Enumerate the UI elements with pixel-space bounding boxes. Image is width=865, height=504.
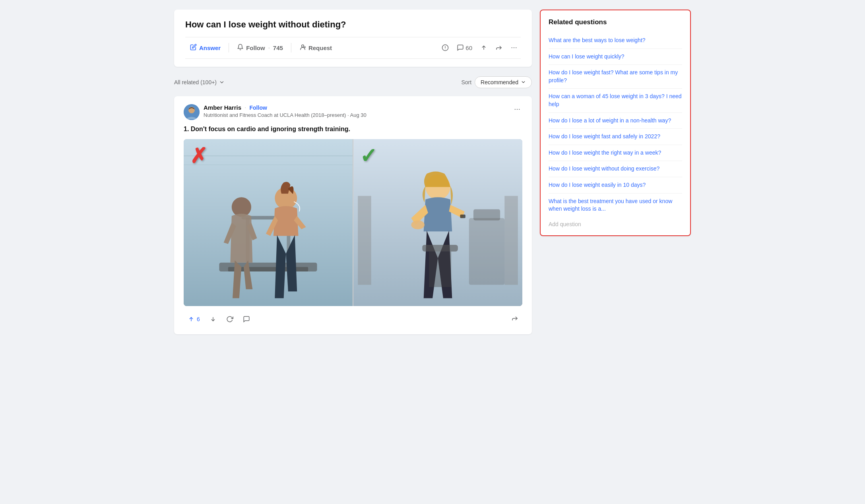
x-mark: ✗ — [190, 145, 208, 166]
svg-point-31 — [411, 220, 425, 229]
more-icon — [514, 106, 521, 113]
sort-value: Recommended — [481, 79, 518, 85]
list-item[interactable]: How can a woman of 45 lose weight in 3 d… — [549, 89, 682, 112]
svg-point-0 — [302, 45, 304, 47]
list-item[interactable]: What is the best treatment you have used… — [549, 194, 682, 217]
more-button[interactable] — [507, 42, 521, 54]
downvote-icon — [209, 316, 217, 323]
svg-point-7 — [512, 47, 512, 48]
filter-label: All related (100+) — [174, 79, 217, 85]
list-item[interactable]: How do I lose weight without doing exerc… — [549, 161, 682, 177]
sort-section: Sort Recommended — [461, 76, 532, 88]
comment-button[interactable] — [239, 313, 254, 325]
author-details: Amber Harris · Follow Nutritionist and F… — [204, 104, 367, 118]
svg-rect-29 — [473, 209, 500, 220]
related-link-6[interactable]: How do I lose weight the right way in a … — [549, 149, 682, 157]
gym-left-svg — [184, 139, 353, 306]
downvote-button[interactable] — [206, 313, 221, 325]
list-item[interactable]: What are the best ways to lose weight? — [549, 33, 682, 49]
follow-count: 745 — [273, 45, 283, 51]
check-mark: ✓ — [360, 145, 377, 166]
author-name-row: Amber Harris · Follow — [204, 104, 367, 111]
divider-2 — [291, 43, 291, 52]
list-item[interactable]: How can I lose weight quickly? — [549, 49, 682, 65]
answer-more-button[interactable] — [512, 104, 522, 116]
upvote-icon — [188, 316, 195, 323]
filter-dropdown[interactable]: All related (100+) — [174, 79, 225, 85]
refresh-icon — [226, 316, 233, 323]
answer-point: 1. Don't focus on cardio and ignoring st… — [184, 125, 522, 134]
gym-right-svg — [353, 139, 522, 306]
question-title: How can I lose weight without dieting? — [185, 19, 521, 31]
divider-1 — [229, 43, 229, 52]
share-button[interactable] — [492, 42, 506, 54]
gym-bg-left — [184, 139, 353, 306]
answer-label: Answer — [199, 45, 221, 51]
comment-count: 60 — [465, 45, 472, 51]
svg-point-13 — [517, 109, 518, 109]
svg-rect-28 — [469, 218, 504, 285]
related-link-1[interactable]: How can I lose weight quickly? — [549, 53, 682, 61]
add-question-button[interactable]: Add question — [549, 217, 682, 227]
svg-point-8 — [514, 47, 514, 48]
related-link-5[interactable]: How do I lose weight fast and safely in … — [549, 133, 682, 141]
follow-label: Follow — [246, 45, 265, 51]
upvote-count: 6 — [197, 316, 200, 322]
related-link-7[interactable]: How do I lose weight without doing exerc… — [549, 165, 682, 173]
svg-rect-15 — [184, 139, 353, 306]
follow-dot: · — [268, 45, 270, 51]
upvote-button[interactable]: 6 — [184, 313, 204, 325]
list-item[interactable]: How do I lose a lot of weight in a non-h… — [549, 113, 682, 129]
filter-bar: All related (100+) Sort Recommended — [174, 72, 532, 93]
chevron-down-icon — [219, 79, 225, 85]
strength-image: ✓ — [353, 139, 522, 306]
related-card: Related questions What are the best ways… — [540, 10, 691, 236]
name-dot: · — [244, 104, 246, 111]
downvote-button[interactable] — [477, 42, 491, 54]
follow-button[interactable]: Follow · 745 — [232, 41, 288, 54]
answer-header: Amber Harris · Follow Nutritionist and F… — [184, 104, 522, 120]
svg-point-12 — [515, 109, 516, 109]
answer-share-button[interactable] — [507, 312, 522, 326]
follow-icon — [237, 44, 244, 52]
avatar-image — [184, 104, 200, 120]
list-item[interactable]: How do I lose weight fast and safely in … — [549, 129, 682, 145]
answer-button[interactable]: Answer — [185, 41, 225, 54]
svg-point-9 — [516, 47, 516, 48]
main-content: How can I lose weight without dieting? A… — [174, 10, 532, 334]
svg-rect-26 — [358, 196, 371, 285]
list-item[interactable]: How do I lose weight easily in 10 days? — [549, 177, 682, 194]
related-link-8[interactable]: How do I lose weight easily in 10 days? — [549, 181, 682, 189]
answer-footer: 6 — [184, 312, 522, 326]
sort-button[interactable]: Recommended — [475, 76, 532, 88]
cardio-image: ✗ — [184, 139, 353, 306]
edit-icon — [190, 44, 197, 52]
answer-image: ✗ — [184, 139, 522, 306]
gym-bg-right — [353, 139, 522, 306]
svg-rect-27 — [504, 196, 518, 285]
comment-icon — [243, 316, 250, 323]
list-item[interactable]: How do I lose weight the right way in a … — [549, 145, 682, 161]
author-info: Amber Harris · Follow Nutritionist and F… — [184, 104, 367, 120]
author-follow-button[interactable]: Follow — [250, 105, 267, 111]
related-link-2[interactable]: How do I lose weight fast? What are some… — [549, 69, 682, 84]
related-link-9[interactable]: What is the best treatment you have used… — [549, 198, 682, 213]
avatar-svg — [184, 104, 200, 120]
svg-rect-32 — [422, 245, 458, 252]
info-button[interactable] — [438, 42, 452, 54]
related-link-3[interactable]: How can a woman of 45 lose weight in 3 d… — [549, 93, 682, 108]
comments-button[interactable]: 60 — [454, 42, 475, 54]
svg-rect-34 — [460, 215, 465, 218]
action-bar: Answer Follow · 745 — [185, 37, 521, 59]
share-icon — [511, 315, 518, 322]
sort-chevron-icon — [521, 79, 526, 85]
author-bio: Nutritionist and Fitness Coach at UCLA H… — [204, 112, 367, 118]
request-button[interactable]: Request — [295, 41, 337, 54]
related-link-4[interactable]: How do I lose a lot of weight in a non-h… — [549, 117, 682, 125]
related-title: Related questions — [549, 18, 682, 26]
answer-card: Amber Harris · Follow Nutritionist and F… — [174, 96, 532, 334]
avatar — [184, 104, 200, 120]
related-link-0[interactable]: What are the best ways to lose weight? — [549, 37, 682, 45]
list-item[interactable]: How do I lose weight fast? What are some… — [549, 65, 682, 89]
refresh-button[interactable] — [222, 313, 237, 325]
